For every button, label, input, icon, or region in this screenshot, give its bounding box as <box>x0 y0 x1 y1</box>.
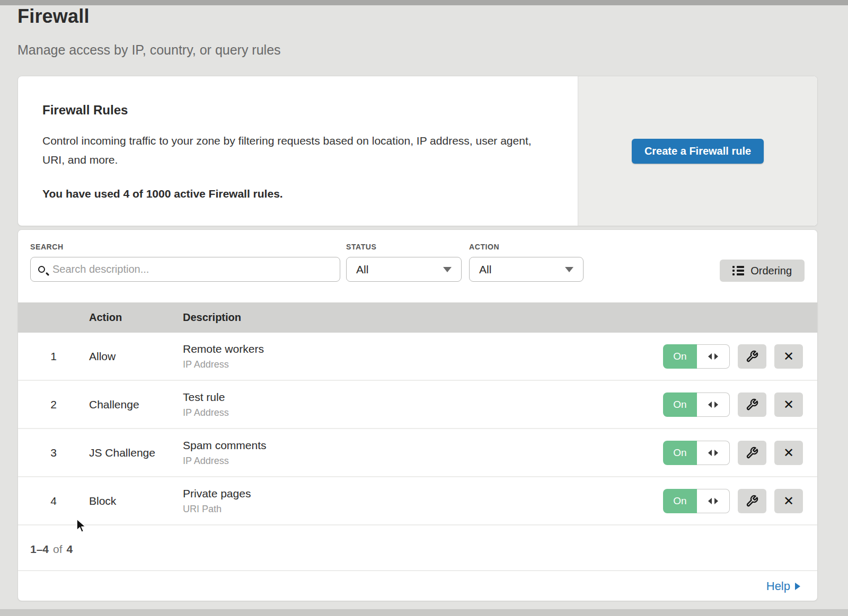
edit-rule-button[interactable] <box>738 392 766 417</box>
rule-enabled-toggle[interactable]: On <box>663 441 730 465</box>
delete-rule-button[interactable]: ✕ <box>774 344 803 369</box>
rule-priority: 3 <box>18 447 89 459</box>
toggle-on-segment[interactable]: On <box>663 489 697 513</box>
chevron-right-icon <box>795 583 800 590</box>
usage-summary: You have used 4 of 1000 active Firewall … <box>42 188 541 200</box>
firewall-page: Firewall Manage access by IP, country, o… <box>0 0 848 616</box>
help-link[interactable]: Help <box>766 579 800 593</box>
rule-match-field: IP Address <box>183 407 663 418</box>
window-top-edge <box>0 0 848 5</box>
search-input[interactable] <box>51 263 332 276</box>
action-label: ACTION <box>469 243 499 251</box>
close-icon: ✕ <box>783 447 794 459</box>
rule-match-field: URI Path <box>183 504 663 515</box>
wrench-icon <box>746 495 758 507</box>
table-row: 2 Challenge Test rule IP Address On ✕ <box>18 381 817 429</box>
table-row: 1 Allow Remote workers IP Address On ✕ <box>18 333 817 381</box>
chevron-down-icon <box>565 267 573 272</box>
rule-description: Private pages URI Path <box>183 487 663 515</box>
rule-priority: 4 <box>18 495 89 507</box>
toggle-on-segment[interactable]: On <box>663 344 697 369</box>
close-icon: ✕ <box>783 350 794 363</box>
card-footer: Help <box>18 571 817 601</box>
search-icon <box>38 266 45 273</box>
rule-enabled-toggle[interactable]: On <box>663 392 730 417</box>
firewall-rules-card-text: Firewall Rules Control incoming traffic … <box>18 76 578 226</box>
close-icon: ✕ <box>783 398 794 411</box>
toggle-on-segment[interactable]: On <box>663 392 697 417</box>
table-row: 4 Block Private pages URI Path On ✕ <box>18 477 817 525</box>
rule-controls: On ✕ <box>663 441 817 465</box>
status-selected-value: All <box>356 263 368 276</box>
rule-description-title: Private pages <box>183 487 663 500</box>
rule-description-title: Spam comments <box>183 439 663 452</box>
rule-priority: 1 <box>18 350 89 363</box>
search-label: SEARCH <box>30 243 64 251</box>
chevron-down-icon <box>443 267 452 272</box>
action-select[interactable]: All <box>469 257 584 282</box>
search-box[interactable] <box>30 257 340 282</box>
rule-controls: On ✕ <box>663 489 817 513</box>
page-title: Firewall <box>17 5 90 28</box>
rules-table-body: 1 Allow Remote workers IP Address On ✕ <box>18 333 817 525</box>
rule-action: Block <box>89 495 183 507</box>
edit-rule-button[interactable] <box>738 489 766 513</box>
table-row: 3 JS Challenge Spam comments IP Address … <box>18 429 817 477</box>
column-header-description: Description <box>183 311 241 324</box>
rule-controls: On ✕ <box>663 392 817 417</box>
pagination-of: of <box>53 543 63 556</box>
rule-description-title: Remote workers <box>183 343 663 355</box>
delete-rule-button[interactable]: ✕ <box>774 489 803 513</box>
table-header: Action Description <box>18 302 817 333</box>
ordered-list-icon <box>732 266 744 275</box>
rules-list-card: SEARCH STATUS All ACTION All Ordering Ac… <box>17 229 818 601</box>
page-subtitle: Manage access by IP, country, or query r… <box>17 42 281 58</box>
rule-action: JS Challenge <box>89 447 183 459</box>
create-firewall-rule-button[interactable]: Create a Firewall rule <box>632 139 764 164</box>
rule-match-field: IP Address <box>183 359 663 370</box>
delete-rule-button[interactable]: ✕ <box>774 441 803 465</box>
rule-action: Allow <box>89 350 183 363</box>
toggle-arrows-icon[interactable] <box>697 489 730 513</box>
rule-description: Spam comments IP Address <box>183 439 663 467</box>
action-selected-value: All <box>479 263 491 276</box>
rule-controls: On ✕ <box>663 344 817 369</box>
toggle-arrows-icon[interactable] <box>697 392 730 417</box>
toggle-arrows-icon[interactable] <box>697 441 730 465</box>
firewall-rules-card: Firewall Rules Control incoming traffic … <box>17 76 818 226</box>
rule-priority: 2 <box>18 398 89 411</box>
status-label: STATUS <box>346 243 377 251</box>
rule-match-field: IP Address <box>183 456 663 467</box>
ordering-button[interactable]: Ordering <box>720 260 805 282</box>
pagination-range: 1–4 <box>30 543 49 556</box>
close-icon: ✕ <box>783 495 794 507</box>
card-description: Control incoming traffic to your zone by… <box>42 131 541 169</box>
window-bottom-edge <box>0 609 848 616</box>
edit-rule-button[interactable] <box>738 441 766 465</box>
card-heading: Firewall Rules <box>42 103 541 118</box>
ordering-button-label: Ordering <box>750 265 792 277</box>
status-select[interactable]: All <box>346 257 462 282</box>
wrench-icon <box>746 447 758 459</box>
pagination-total: 4 <box>67 543 73 556</box>
rule-description: Test rule IP Address <box>183 391 663 418</box>
edit-rule-button[interactable] <box>738 344 766 369</box>
help-link-label: Help <box>766 579 790 593</box>
rule-description-title: Test rule <box>183 391 663 404</box>
rule-action: Challenge <box>89 398 183 411</box>
rule-description: Remote workers IP Address <box>183 343 663 370</box>
rule-enabled-toggle[interactable]: On <box>663 344 730 369</box>
wrench-icon <box>746 398 758 411</box>
create-rule-panel: Create a Firewall rule <box>578 76 817 226</box>
wrench-icon <box>746 350 758 363</box>
pagination: 1–4 of 4 <box>18 528 817 571</box>
column-header-action: Action <box>89 311 183 324</box>
toggle-arrows-icon[interactable] <box>697 344 730 369</box>
toggle-on-segment[interactable]: On <box>663 441 697 465</box>
rule-enabled-toggle[interactable]: On <box>663 489 730 513</box>
delete-rule-button[interactable]: ✕ <box>774 392 803 417</box>
